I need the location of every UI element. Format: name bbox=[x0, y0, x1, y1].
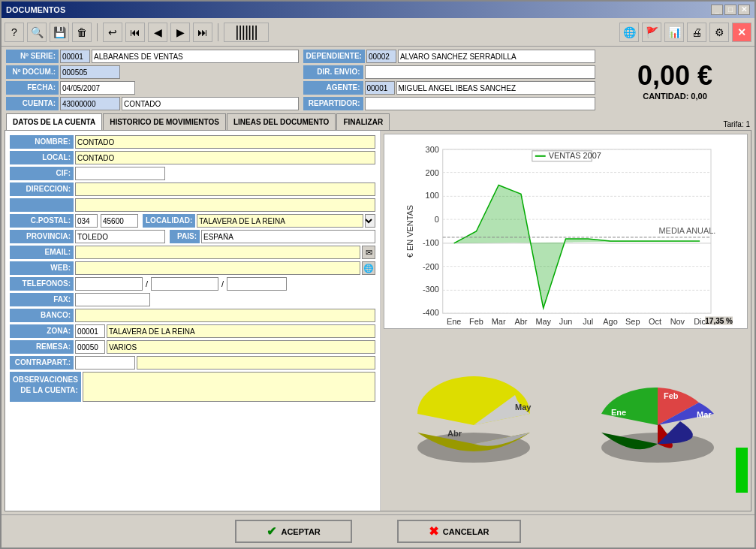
dir-envio-input[interactable] bbox=[365, 65, 596, 79]
svg-text:Dic: Dic bbox=[694, 317, 706, 326]
serie-code-input[interactable] bbox=[60, 50, 90, 63]
svg-text:-300: -300 bbox=[423, 285, 439, 294]
repartidor-input[interactable] bbox=[365, 97, 596, 110]
chart-button[interactable]: 📊 bbox=[664, 23, 684, 42]
cuenta-code-input[interactable] bbox=[60, 97, 120, 110]
svg-text:VENTAS 2007: VENTAS 2007 bbox=[549, 151, 601, 160]
globe-button[interactable]: 🌐 bbox=[619, 23, 639, 42]
direccion2-row bbox=[10, 198, 375, 212]
toolbar-right: 🌐 🚩 📊 🖨 ⚙ ✕ bbox=[619, 23, 751, 42]
fax-input[interactable] bbox=[75, 293, 150, 306]
pie-right: Ene Feb Mar bbox=[568, 335, 748, 508]
tel2-input[interactable] bbox=[151, 277, 218, 291]
svg-text:Ene: Ene bbox=[611, 408, 626, 417]
email-label: EMAIL: bbox=[10, 246, 74, 259]
contrapart-name-input[interactable] bbox=[137, 356, 375, 370]
tab-historico[interactable]: HISTORICO DE MOVIMIENTOS bbox=[103, 113, 226, 130]
close-button[interactable]: ✕ bbox=[738, 5, 750, 15]
save-button[interactable]: 💾 bbox=[50, 23, 69, 42]
svg-text:0: 0 bbox=[435, 215, 439, 224]
settings-button[interactable]: ⚙ bbox=[709, 23, 729, 42]
remesa-name-input[interactable] bbox=[107, 340, 375, 354]
cantidad-label: CANTIDAD: 0,00 bbox=[643, 92, 707, 101]
cif-label: CIF: bbox=[10, 167, 74, 180]
barcode-button[interactable]: ||||||| bbox=[224, 23, 269, 42]
tab-datos[interactable]: DATOS DE LA CUENTA bbox=[6, 113, 102, 130]
cpostal-num-input[interactable] bbox=[101, 214, 138, 228]
fecha-row: FECHA: bbox=[6, 81, 299, 95]
agente-name-input[interactable] bbox=[396, 81, 596, 95]
pie-left-svg: Abr May bbox=[399, 361, 549, 481]
dir-envio-label: DIR. ENVIO: bbox=[303, 65, 363, 79]
email-input[interactable] bbox=[75, 246, 360, 259]
right-panel-inner: 300 200 100 0 -100 -200 -300 -400 € EN V… bbox=[384, 134, 748, 508]
docnum-input[interactable] bbox=[60, 65, 120, 79]
first-button[interactable]: ⏮ bbox=[125, 23, 145, 42]
exit-button[interactable]: ✕ bbox=[732, 23, 751, 42]
direccion2-label bbox=[10, 198, 74, 212]
print-button[interactable]: 🖨 bbox=[687, 23, 706, 42]
tab-finalizar[interactable]: FINALIZAR bbox=[336, 113, 390, 130]
svg-text:300: 300 bbox=[426, 145, 439, 154]
prev-button[interactable]: ◀ bbox=[148, 23, 167, 42]
direccion-input[interactable] bbox=[75, 182, 375, 196]
serie-label: Nº SERIE: bbox=[6, 50, 59, 63]
web-input[interactable] bbox=[75, 261, 360, 275]
banco-input[interactable] bbox=[75, 309, 375, 322]
search-button[interactable]: 🔍 bbox=[27, 23, 47, 42]
left-panel: NOMBRE: LOCAL: CIF: DIRECCION: C.POSTAL: bbox=[5, 131, 381, 511]
localidad-dropdown[interactable] bbox=[365, 214, 375, 228]
cuenta-name-input[interactable] bbox=[122, 97, 299, 110]
fecha-label: FECHA: bbox=[6, 81, 59, 95]
remesa-label: REMESA: bbox=[10, 340, 74, 354]
direccion-label: DIRECCION: bbox=[10, 182, 74, 196]
localidad-input[interactable] bbox=[197, 214, 363, 228]
cancel-button[interactable]: ✖ CANCELAR bbox=[397, 520, 521, 543]
dependiente-code-input[interactable] bbox=[366, 50, 396, 63]
web-icon[interactable]: 🌐 bbox=[362, 261, 375, 275]
flag-button[interactable]: 🚩 bbox=[642, 23, 661, 42]
cif-input[interactable] bbox=[75, 167, 165, 180]
fax-label: FAX: bbox=[10, 293, 74, 306]
local-label: LOCAL: bbox=[10, 151, 74, 164]
telefonos-row: TELEFONOS: / / bbox=[10, 277, 375, 291]
pie-container: Abr May bbox=[384, 335, 748, 508]
zona-name-input[interactable] bbox=[107, 324, 375, 338]
last-button[interactable]: ⏭ bbox=[193, 23, 212, 42]
back-button[interactable]: ↩ bbox=[103, 23, 122, 42]
nombre-input[interactable] bbox=[75, 135, 375, 149]
pais-input[interactable] bbox=[201, 230, 375, 243]
tab-lineas[interactable]: LINEAS DEL DOCUMENTO bbox=[227, 113, 336, 130]
observaciones-textarea[interactable] bbox=[83, 372, 375, 402]
provincia-input[interactable] bbox=[75, 230, 165, 243]
next-button[interactable]: ▶ bbox=[170, 23, 190, 42]
fecha-input[interactable] bbox=[60, 81, 135, 95]
delete-button[interactable]: 🗑 bbox=[72, 23, 92, 42]
cuenta-label: CUENTA: bbox=[6, 97, 59, 110]
svg-text:Ene: Ene bbox=[447, 317, 461, 326]
banco-label: BANCO: bbox=[10, 309, 74, 322]
help-button[interactable]: ? bbox=[5, 23, 24, 42]
dependiente-name-input[interactable] bbox=[398, 50, 595, 63]
provincia-row: PROVINCIA: PAIS: bbox=[10, 230, 375, 243]
maximize-button[interactable]: □ bbox=[724, 5, 736, 15]
email-icon[interactable]: ✉ bbox=[362, 246, 375, 259]
direccion2-input[interactable] bbox=[75, 198, 375, 212]
accept-button[interactable]: ✔ ACEPTAR bbox=[235, 520, 351, 543]
remesa-code-input[interactable] bbox=[75, 340, 105, 354]
zona-label: ZONA: bbox=[10, 324, 74, 338]
minimize-button[interactable]: _ bbox=[711, 5, 723, 15]
serie-name-input[interactable] bbox=[92, 50, 299, 63]
cpostal-code-input[interactable] bbox=[75, 214, 98, 228]
contrapart-label: CONTRAPART.: bbox=[10, 356, 74, 370]
agente-code-input[interactable] bbox=[365, 81, 395, 95]
contrapart-code-input[interactable] bbox=[75, 356, 135, 370]
svg-text:Nov: Nov bbox=[670, 317, 685, 326]
cpostal-label: C.POSTAL: bbox=[10, 214, 74, 228]
zona-code-input[interactable] bbox=[75, 324, 105, 338]
tel3-input[interactable] bbox=[227, 277, 287, 291]
banco-row: BANCO: bbox=[10, 309, 375, 322]
tel1-input[interactable] bbox=[75, 277, 143, 291]
svg-text:Feb: Feb bbox=[469, 317, 483, 326]
local-input[interactable] bbox=[75, 151, 375, 164]
